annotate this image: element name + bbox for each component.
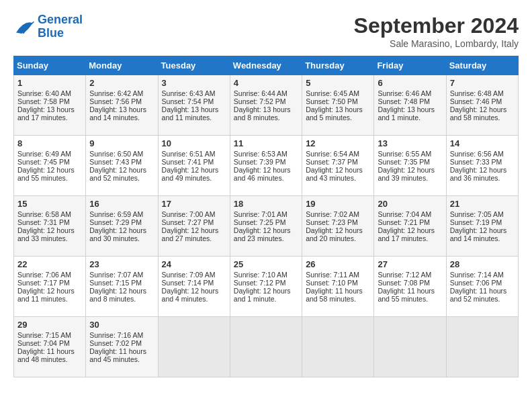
- day-cell: 8Sunrise: 6:49 AMSunset: 7:45 PMDaylight…: [14, 136, 86, 196]
- day-cell: 28Sunrise: 7:14 AMSunset: 7:06 PMDayligh…: [446, 257, 518, 317]
- sunrise: Sunrise: 6:40 AM: [17, 89, 71, 97]
- sunrise: Sunrise: 7:09 AM: [162, 271, 216, 279]
- daylight: Daylight: 13 hours and 11 minutes.: [162, 105, 219, 122]
- daylight: Daylight: 12 hours and 52 minutes.: [89, 166, 146, 182]
- day-cell: 15Sunrise: 6:58 AMSunset: 7:31 PMDayligh…: [14, 196, 86, 257]
- day-cell: 29Sunrise: 7:15 AMSunset: 7:04 PMDayligh…: [14, 317, 86, 377]
- sunset: Sunset: 7:29 PM: [89, 218, 142, 226]
- sunrise: Sunrise: 6:59 AM: [89, 210, 143, 218]
- sunrise: Sunrise: 7:05 AM: [450, 210, 504, 218]
- day-number: 16: [89, 199, 154, 209]
- day-number: 27: [378, 259, 442, 269]
- day-cell: 25Sunrise: 7:10 AMSunset: 7:12 PMDayligh…: [230, 257, 302, 317]
- sunset: Sunset: 7:14 PM: [162, 279, 214, 287]
- day-number: 14: [450, 138, 515, 148]
- sunset: Sunset: 7:39 PM: [234, 158, 286, 166]
- day-cell: [374, 317, 446, 377]
- sunset: Sunset: 7:33 PM: [450, 158, 502, 166]
- daylight: Daylight: 13 hours and 8 minutes.: [234, 105, 291, 122]
- day-cell: 14Sunrise: 6:56 AMSunset: 7:33 PMDayligh…: [446, 136, 518, 196]
- sunrise: Sunrise: 7:15 AM: [17, 331, 71, 339]
- sunrise: Sunrise: 7:11 AM: [306, 271, 359, 279]
- sunset: Sunset: 7:17 PM: [17, 279, 70, 287]
- sunrise: Sunrise: 6:45 AM: [306, 89, 359, 97]
- sunrise: Sunrise: 7:01 AM: [234, 210, 287, 218]
- day-number: 25: [234, 259, 298, 269]
- day-number: 9: [89, 138, 154, 148]
- header-cell-wednesday: Wednesday: [230, 56, 302, 75]
- sunset: Sunset: 7:25 PM: [234, 218, 286, 226]
- day-cell: 16Sunrise: 6:59 AMSunset: 7:29 PMDayligh…: [86, 196, 158, 257]
- sunset: Sunset: 7:35 PM: [378, 158, 430, 166]
- sunrise: Sunrise: 6:55 AM: [378, 150, 431, 158]
- daylight: Daylight: 12 hours and 8 minutes.: [89, 287, 146, 303]
- sunrise: Sunrise: 6:43 AM: [162, 89, 216, 97]
- daylight: Daylight: 11 hours and 48 minutes.: [17, 347, 75, 363]
- daylight: Daylight: 12 hours and 36 minutes.: [450, 166, 507, 182]
- day-cell: 2Sunrise: 6:42 AMSunset: 7:56 PMDaylight…: [86, 75, 158, 136]
- daylight: Daylight: 13 hours and 14 minutes.: [89, 105, 146, 122]
- day-cell: 11Sunrise: 6:53 AMSunset: 7:39 PMDayligh…: [230, 136, 302, 196]
- day-cell: [230, 317, 302, 377]
- daylight: Daylight: 12 hours and 11 minutes.: [17, 287, 75, 303]
- day-cell: 20Sunrise: 7:04 AMSunset: 7:21 PMDayligh…: [374, 196, 446, 257]
- sunrise: Sunrise: 7:12 AM: [378, 271, 431, 279]
- week-row-1: 1Sunrise: 6:40 AMSunset: 7:58 PMDaylight…: [14, 75, 519, 136]
- sunrise: Sunrise: 7:02 AM: [306, 210, 359, 218]
- sunset: Sunset: 7:54 PM: [162, 97, 214, 105]
- day-cell: 3Sunrise: 6:43 AMSunset: 7:54 PMDaylight…: [158, 75, 230, 136]
- day-number: 29: [17, 320, 82, 330]
- daylight: Daylight: 11 hours and 45 minutes.: [89, 347, 146, 363]
- daylight: Daylight: 12 hours and 58 minutes.: [450, 105, 507, 122]
- day-number: 24: [162, 259, 226, 269]
- sunrise: Sunrise: 7:10 AM: [234, 271, 287, 279]
- day-number: 20: [378, 199, 442, 209]
- daylight: Daylight: 11 hours and 55 minutes.: [378, 287, 435, 303]
- title-area: September 2024 Sale Marasino, Lombardy, …: [354, 13, 519, 49]
- sunrise: Sunrise: 7:00 AM: [162, 210, 216, 218]
- sunrise: Sunrise: 6:56 AM: [450, 150, 504, 158]
- day-cell: 17Sunrise: 7:00 AMSunset: 7:27 PMDayligh…: [158, 196, 230, 257]
- daylight: Daylight: 12 hours and 17 minutes.: [378, 226, 435, 242]
- week-row-2: 8Sunrise: 6:49 AMSunset: 7:45 PMDaylight…: [14, 136, 519, 196]
- daylight: Daylight: 11 hours and 52 minutes.: [450, 287, 507, 303]
- sunrise: Sunrise: 6:48 AM: [450, 89, 504, 97]
- sunset: Sunset: 7:15 PM: [89, 279, 142, 287]
- day-number: 6: [378, 78, 442, 88]
- daylight: Daylight: 12 hours and 30 minutes.: [89, 226, 146, 242]
- day-number: 11: [234, 138, 298, 148]
- sunrise: Sunrise: 7:14 AM: [450, 271, 504, 279]
- day-number: 15: [17, 199, 82, 209]
- day-number: 13: [378, 138, 442, 148]
- day-cell: [446, 317, 518, 377]
- day-cell: 9Sunrise: 6:50 AMSunset: 7:43 PMDaylight…: [86, 136, 158, 196]
- sunset: Sunset: 7:46 PM: [450, 97, 502, 105]
- logo-icon: [13, 17, 35, 36]
- sunset: Sunset: 7:56 PM: [89, 97, 142, 105]
- daylight: Daylight: 12 hours and 46 minutes.: [234, 166, 291, 182]
- day-number: 12: [306, 138, 370, 148]
- day-number: 1: [17, 78, 82, 88]
- daylight: Daylight: 13 hours and 1 minute.: [378, 105, 435, 122]
- header-cell-thursday: Thursday: [302, 56, 374, 75]
- day-number: 7: [450, 78, 515, 88]
- daylight: Daylight: 12 hours and 43 minutes.: [306, 166, 363, 182]
- sunrise: Sunrise: 7:16 AM: [89, 331, 143, 339]
- daylight: Daylight: 12 hours and 20 minutes.: [306, 226, 363, 242]
- header-row: SundayMondayTuesdayWednesdayThursdayFrid…: [14, 56, 519, 75]
- sunset: Sunset: 7:06 PM: [450, 279, 502, 287]
- week-row-5: 29Sunrise: 7:15 AMSunset: 7:04 PMDayligh…: [14, 317, 519, 377]
- sunset: Sunset: 7:08 PM: [378, 279, 430, 287]
- day-number: 2: [89, 78, 154, 88]
- sunrise: Sunrise: 6:50 AM: [89, 150, 143, 158]
- daylight: Daylight: 12 hours and 33 minutes.: [17, 226, 75, 242]
- day-cell: 26Sunrise: 7:11 AMSunset: 7:10 PMDayligh…: [302, 257, 374, 317]
- daylight: Daylight: 12 hours and 4 minutes.: [162, 287, 219, 303]
- daylight: Daylight: 12 hours and 14 minutes.: [450, 226, 507, 242]
- day-cell: 23Sunrise: 7:07 AMSunset: 7:15 PMDayligh…: [86, 257, 158, 317]
- day-number: 8: [17, 138, 82, 148]
- day-cell: 12Sunrise: 6:54 AMSunset: 7:37 PMDayligh…: [302, 136, 374, 196]
- sunrise: Sunrise: 6:44 AM: [234, 89, 287, 97]
- day-cell: 7Sunrise: 6:48 AMSunset: 7:46 PMDaylight…: [446, 75, 518, 136]
- sunset: Sunset: 7:21 PM: [378, 218, 430, 226]
